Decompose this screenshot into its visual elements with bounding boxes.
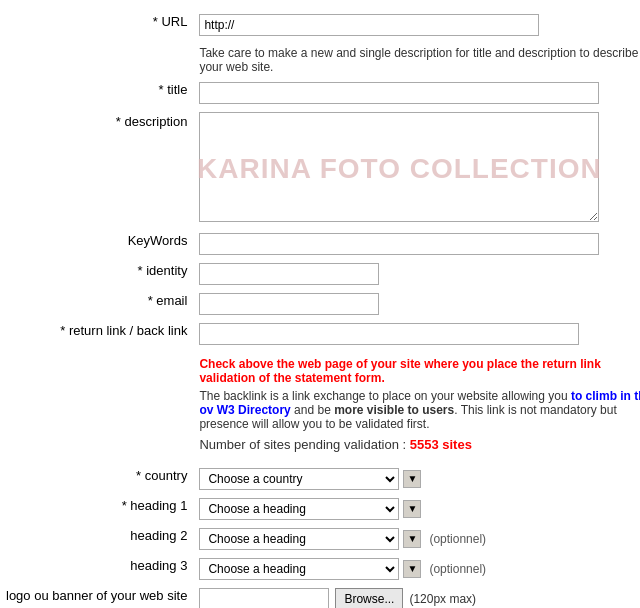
keywords-input[interactable] [199,233,599,255]
country-dropdown-arrow[interactable]: ▼ [403,470,421,488]
keywords-label: KeyWords [128,233,188,248]
pending-line: Number of sites pending validation : 555… [199,437,640,452]
email-input[interactable] [199,293,379,315]
pending-label: Number of sites pending validation : [199,437,406,452]
heading2-label: heading 2 [130,528,187,543]
country-select[interactable]: Choose a country [199,468,399,490]
logo-input[interactable] [199,588,329,608]
registration-form: * URL Take care to make a new and single… [0,10,640,608]
heading1-row: Choose a heading ▼ [199,498,640,520]
title-label: * title [159,82,188,97]
url-input[interactable] [199,14,539,36]
country-row: Choose a country ▼ [199,468,640,490]
logo-label: logo ou banner of your web site [6,588,187,603]
logo-hint: (120px max) [409,592,476,606]
heading3-select[interactable]: Choose a heading [199,558,399,580]
heading3-label: heading 3 [130,558,187,573]
identity-label: * identity [138,263,188,278]
backlink-bold-text: more visible to users [334,403,454,417]
heading2-row: Choose a heading ▼ (optionnel) [199,528,640,550]
description-label: * description [116,114,188,129]
browse-button[interactable]: Browse... [335,588,403,608]
heading3-optional: (optionnel) [429,562,486,576]
backlink-info: Check above the web page of your site wh… [199,357,640,452]
url-hint: Take care to make a new and single descr… [199,46,640,74]
heading3-row: Choose a heading ▼ (optionnel) [199,558,640,580]
backlink-normal-1: The backlink is a link exchange to place… [199,389,571,403]
email-label: * email [148,293,188,308]
logo-section: Browse... (120px max) [199,588,640,608]
description-textarea[interactable] [199,112,599,222]
title-input[interactable] [199,82,599,104]
heading3-dropdown-arrow[interactable]: ▼ [403,560,421,578]
heading1-select[interactable]: Choose a heading [199,498,399,520]
pending-count: 5553 sites [410,437,472,452]
backlink-warning: Check above the web page of your site wh… [199,357,640,385]
url-label: * URL [153,14,188,29]
backlink-input[interactable] [199,323,579,345]
backlink-normal-2: and be [291,403,334,417]
heading2-select[interactable]: Choose a heading [199,528,399,550]
backlink-label: * return link / back link [60,323,187,338]
country-label: * country [136,468,187,483]
heading1-dropdown-arrow[interactable]: ▼ [403,500,421,518]
heading1-label: * heading 1 [122,498,188,513]
heading2-optional: (optionnel) [429,532,486,546]
heading2-dropdown-arrow[interactable]: ▼ [403,530,421,548]
identity-input[interactable] [199,263,379,285]
description-container: KARINA FOTO COLLECTION [199,112,599,225]
